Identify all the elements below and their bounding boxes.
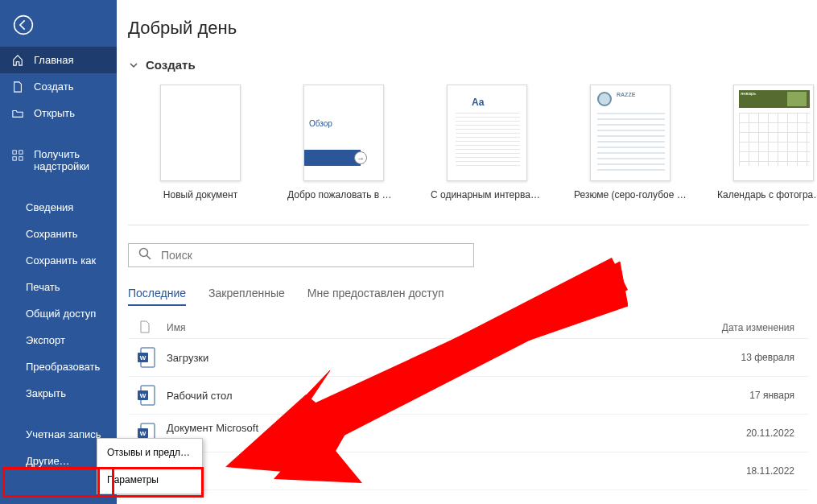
greeting-title: Добрый день (128, 18, 809, 39)
file-date: 17 января (749, 390, 809, 401)
file-name: Загрузки (167, 352, 208, 364)
sidebar-item-label: Закрыть (26, 387, 66, 399)
search-box[interactable] (128, 243, 474, 267)
template-thumb: RAZZE (590, 85, 671, 181)
sidebar-item-close[interactable]: Закрыть (0, 380, 117, 407)
template-label: Резюме (серо-голубое оф… (574, 189, 687, 200)
sidebar-item-label: Главная (34, 54, 73, 66)
tab-shared[interactable]: Мне предоставлен доступ (307, 287, 444, 306)
svg-rect-1 (13, 151, 16, 154)
file-name: Документ Microsoft (167, 422, 258, 434)
file-list-header: Имя Дата изменения (128, 317, 809, 339)
sidebar-item-export[interactable]: Экспорт (0, 327, 117, 353)
template-thumb: Обзор → (303, 85, 384, 181)
template-single-spaced[interactable]: Aa С одинарным интервалом… (431, 85, 543, 200)
template-label: Добро пожаловать в Word (287, 189, 400, 200)
svg-text:W: W (140, 392, 146, 399)
sidebar-item-label: Общий доступ (26, 308, 96, 320)
sidebar-item-share[interactable]: Общий доступ (0, 300, 117, 327)
svg-rect-3 (13, 157, 16, 160)
file-row[interactable]: W стол 18.11.2022 (128, 452, 809, 490)
tab-pinned[interactable]: Закрепленные (208, 287, 285, 306)
tab-recent[interactable]: Последние (128, 287, 186, 306)
popup-options[interactable]: Параметры (97, 466, 202, 494)
column-date[interactable]: Дата изменения (722, 322, 809, 333)
open-folder-icon (11, 108, 24, 119)
addins-icon (11, 150, 24, 161)
word-file-icon: W (136, 345, 157, 370)
recent-tabs: Последние Закрепленные Мне предоставлен … (128, 287, 809, 306)
sidebar-item-info[interactable]: Сведения (0, 194, 117, 221)
svg-line-6 (146, 255, 151, 259)
divider (128, 225, 809, 225)
file-date: 20.11.2022 (746, 428, 809, 439)
column-name[interactable]: Имя (167, 322, 185, 333)
template-resume[interactable]: RAZZE Резюме (серо-голубое оф… (574, 85, 687, 200)
sidebar-item-label: Открыть (34, 107, 75, 119)
backstage-sidebar: Главная Создать Открыть Получить надстро… (0, 0, 117, 504)
file-row[interactable]: W Документ Microsoft стол 20.11.2022 (128, 415, 809, 452)
file-row[interactable]: W Загрузки 13 февраля (128, 339, 809, 377)
home-icon (11, 55, 24, 66)
sidebar-item-new[interactable]: Создать (0, 73, 117, 100)
back-button[interactable] (8, 10, 39, 40)
sidebar-item-label: Создать (34, 81, 73, 93)
popup-feedback[interactable]: Отзывы и предл… (97, 439, 202, 466)
sidebar-item-label: Экспорт (26, 334, 65, 346)
sidebar-item-label: Другие… (26, 455, 70, 467)
back-arrow-icon (13, 14, 34, 35)
more-popup: Отзывы и предл… Параметры (97, 438, 203, 494)
sidebar-item-label: Сведения (26, 201, 73, 213)
sidebar-item-label: Преобразовать (26, 361, 100, 373)
template-calendar[interactable]: январь Календарь с фотографией (717, 85, 817, 200)
sidebar-item-label: Сохранить (26, 228, 78, 240)
create-label: Создать (146, 58, 196, 72)
sidebar-item-label: Учетная запись (26, 428, 101, 440)
template-thumb: январь (733, 85, 814, 181)
sidebar-item-home[interactable]: Главная (0, 47, 117, 73)
file-header-icon (139, 320, 151, 336)
sidebar-item-print[interactable]: Печать (0, 274, 117, 300)
template-label: С одинарным интервалом… (431, 189, 543, 200)
chevron-down-icon (128, 60, 139, 71)
template-thumb (160, 85, 241, 181)
svg-text:W: W (140, 430, 146, 437)
sidebar-item-label: Печать (26, 281, 60, 293)
sidebar-item-label: Сохранить как (26, 254, 96, 266)
file-date: 18.11.2022 (746, 465, 809, 477)
search-icon (138, 247, 151, 263)
sidebar-item-addins[interactable]: Получить надстройки (0, 141, 117, 180)
file-row[interactable]: W Рабочий стол 17 января (128, 377, 809, 415)
template-label: Календарь с фотографией (717, 189, 817, 200)
svg-text:W: W (140, 354, 146, 361)
tour-arrow-icon: → (354, 151, 367, 164)
sidebar-item-saveas[interactable]: Сохранить как (0, 247, 117, 274)
file-date: 13 февраля (741, 352, 809, 363)
template-blank[interactable]: Новый документ (144, 85, 257, 200)
sidebar-item-transform[interactable]: Преобразовать (0, 353, 117, 380)
template-label: Новый документ (144, 189, 257, 200)
search-input[interactable] (161, 249, 464, 262)
file-name: Рабочий стол (167, 390, 233, 402)
new-document-icon (11, 81, 24, 93)
template-gallery: Новый документ Обзор → Добро пожаловать … (128, 85, 809, 200)
word-file-icon: W (136, 383, 157, 407)
sidebar-item-open[interactable]: Открыть (0, 100, 117, 126)
template-thumb: Aa (447, 85, 527, 181)
svg-point-0 (14, 16, 33, 35)
create-section-header[interactable]: Создать (128, 58, 809, 72)
template-welcome[interactable]: Обзор → Добро пожаловать в Word (287, 85, 400, 200)
main-content: Добрый день Создать Новый документ Обзор… (117, 0, 817, 504)
svg-rect-2 (19, 151, 23, 154)
svg-rect-4 (19, 157, 23, 160)
sidebar-item-save[interactable]: Сохранить (0, 221, 117, 247)
sidebar-item-label: Получить надстройки (34, 148, 117, 172)
